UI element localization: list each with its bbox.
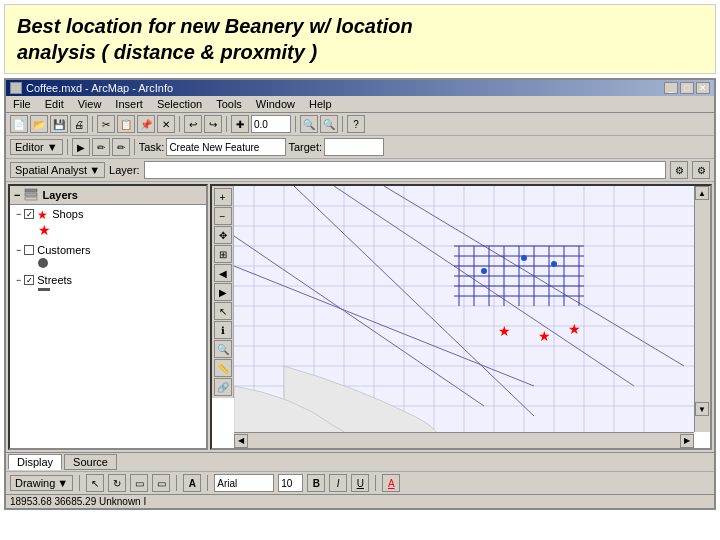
zoom-out-tool[interactable]: − <box>214 207 232 225</box>
close-button[interactable]: ✕ <box>696 82 710 94</box>
task-label: Task: <box>139 141 165 153</box>
toc-group-customers: − Customers <box>10 241 206 271</box>
shops-collapse[interactable]: − <box>16 209 21 219</box>
menu-edit[interactable]: Edit <box>42 97 67 111</box>
help-button[interactable]: ? <box>347 115 365 133</box>
streets-collapse[interactable]: − <box>16 275 21 285</box>
save-button[interactable]: 💾 <box>50 115 68 133</box>
toc-collapse-icon[interactable]: − <box>14 189 20 201</box>
select-tool-btn[interactable]: ↖ <box>86 474 104 492</box>
minimize-button[interactable]: _ <box>664 82 678 94</box>
menu-window[interactable]: Window <box>253 97 298 111</box>
sep1 <box>92 116 93 132</box>
sep8 <box>79 475 80 491</box>
menu-file[interactable]: File <box>10 97 34 111</box>
editor-label: Editor ▼ <box>15 141 58 153</box>
font-color-btn[interactable]: A <box>183 474 201 492</box>
edit-vertices[interactable]: ✏ <box>92 138 110 156</box>
main-area: − Layers − ✓ ★ Shops ★ <box>6 182 714 452</box>
italic-btn[interactable]: I <box>329 474 347 492</box>
menu-insert[interactable]: Insert <box>112 97 146 111</box>
measure-tool[interactable]: 📏 <box>214 359 232 377</box>
drawing-dropdown[interactable]: Drawing ▼ <box>10 475 73 491</box>
full-extent-tool[interactable]: ⊞ <box>214 245 232 263</box>
find-tool[interactable]: 🔍 <box>214 340 232 358</box>
task-dropdown[interactable] <box>166 138 286 156</box>
shop-star-1: ★ <box>498 323 511 339</box>
paste-button[interactable]: 📌 <box>137 115 155 133</box>
zoom-in-tool[interactable]: + <box>214 188 232 206</box>
draw-shape2-btn[interactable]: ▭ <box>152 474 170 492</box>
fwd-extent-tool[interactable]: ▶ <box>214 283 232 301</box>
zoom-out-button[interactable]: 🔍 <box>320 115 338 133</box>
scrollbar-down-btn[interactable]: ▼ <box>695 402 709 416</box>
bold-btn[interactable]: B <box>307 474 325 492</box>
copy-button[interactable]: 📋 <box>117 115 135 133</box>
font-name-input[interactable]: Arial <box>214 474 274 492</box>
svg-rect-1 <box>25 193 37 196</box>
layer-tool2[interactable]: ⚙ <box>692 161 710 179</box>
scrollbar-right-btn[interactable]: ▶ <box>680 434 694 448</box>
print-button[interactable]: 🖨 <box>70 115 88 133</box>
spatial-analyst-toolbar: Spatial Analyst ▼ Layer: ⚙ ⚙ <box>6 159 714 182</box>
delete-button[interactable]: ✕ <box>157 115 175 133</box>
redo-button[interactable]: ↪ <box>204 115 222 133</box>
back-extent-tool[interactable]: ◀ <box>214 264 232 282</box>
font-size-input[interactable]: 10 <box>278 474 303 492</box>
zoom-input[interactable]: 0.0 <box>251 115 291 133</box>
status-bar: 18953.68 36685.29 Unknown I <box>6 494 714 508</box>
title-bar-text: Coffee.mxd - ArcMap - ArcInfo <box>26 82 173 94</box>
edit-tool[interactable]: ▶ <box>72 138 90 156</box>
select-tool[interactable]: ↖ <box>214 302 232 320</box>
identify-tool[interactable]: ℹ <box>214 321 232 339</box>
customers-checkbox[interactable] <box>24 245 34 255</box>
pan-tool[interactable]: ✥ <box>214 226 232 244</box>
toc-item-shops: − ✓ ★ Shops <box>14 207 202 221</box>
map-scrollbar-horizontal[interactable]: ◀ ▶ <box>234 432 694 448</box>
spatial-analyst-dropdown[interactable]: Spatial Analyst ▼ <box>10 162 105 178</box>
customer-dot-3 <box>551 261 557 267</box>
draw-shape-btn[interactable]: ▭ <box>130 474 148 492</box>
customers-collapse[interactable]: − <box>16 245 21 255</box>
maximize-button[interactable]: □ <box>680 82 694 94</box>
tab-source[interactable]: Source <box>64 454 117 470</box>
menu-view[interactable]: View <box>75 97 105 111</box>
target-dropdown[interactable] <box>324 138 384 156</box>
slide-title: Best location for new Beanery w/ locatio… <box>4 4 716 74</box>
map-area[interactable]: + − ✥ ⊞ ◀ ▶ ↖ ℹ 🔍 📏 🔗 <box>210 184 712 450</box>
streets-checkbox[interactable]: ✓ <box>24 275 34 285</box>
title-line1: Best location for new Beanery w/ locatio… <box>17 15 413 37</box>
toc-item-streets: − ✓ Streets <box>14 273 202 287</box>
menu-selection[interactable]: Selection <box>154 97 205 111</box>
layer-dropdown[interactable] <box>144 161 666 179</box>
arcmap-window: Coffee.mxd - ArcMap - ArcInfo _ □ ✕ File… <box>4 78 716 510</box>
svg-rect-2 <box>25 197 37 200</box>
shops-star-symbol: ★ <box>38 222 51 238</box>
zoom-in-button[interactable]: 🔍 <box>300 115 318 133</box>
font-color-a-btn[interactable]: A <box>382 474 400 492</box>
cut-button[interactable]: ✂ <box>97 115 115 133</box>
add-data-button[interactable]: ✚ <box>231 115 249 133</box>
editor-dropdown[interactable]: Editor ▼ <box>10 139 63 155</box>
hyperlink-tool[interactable]: 🔗 <box>214 378 232 396</box>
scrollbar-left-btn[interactable]: ◀ <box>234 434 248 448</box>
svg-rect-0 <box>25 189 37 192</box>
underline-btn[interactable]: U <box>351 474 369 492</box>
open-button[interactable]: 📂 <box>30 115 48 133</box>
layers-icon <box>24 188 38 202</box>
sketch-tool[interactable]: ✏ <box>112 138 130 156</box>
menu-help[interactable]: Help <box>306 97 335 111</box>
new-button[interactable]: 📄 <box>10 115 28 133</box>
shops-checkbox[interactable]: ✓ <box>24 209 34 219</box>
customers-label: Customers <box>37 244 90 256</box>
rotate-btn[interactable]: ↻ <box>108 474 126 492</box>
layer-tool1[interactable]: ⚙ <box>670 161 688 179</box>
tab-display[interactable]: Display <box>8 454 62 470</box>
menu-tools[interactable]: Tools <box>213 97 245 111</box>
map-scrollbar-vertical[interactable]: ▲ ▼ <box>694 186 710 432</box>
shops-icon: ★ <box>37 208 49 220</box>
undo-button[interactable]: ↩ <box>184 115 202 133</box>
shops-label: Shops <box>52 208 83 220</box>
sep11 <box>375 475 376 491</box>
scrollbar-up-btn[interactable]: ▲ <box>695 186 709 200</box>
